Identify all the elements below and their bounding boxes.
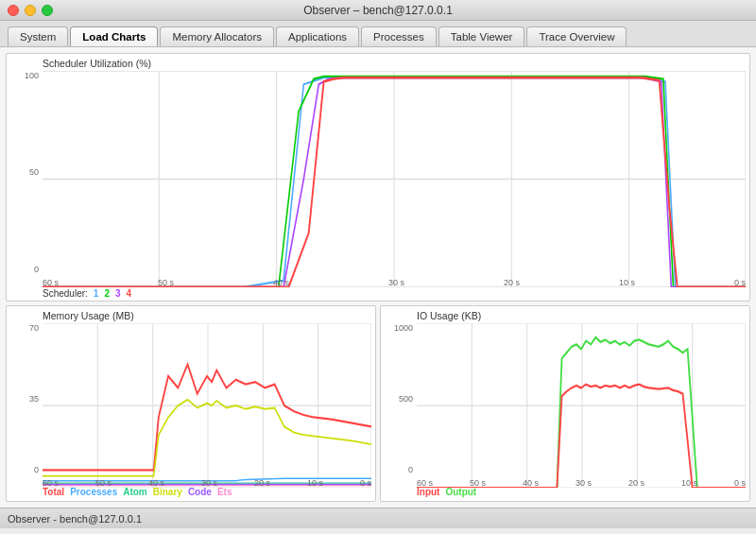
title-bar: Observer – bench@127.0.0.1 [0, 0, 756, 21]
status-text: Observer - bench@127.0.0.1 [8, 513, 142, 525]
io-legend: Input Output [417, 487, 476, 497]
tab-load-charts[interactable]: Load Charts [70, 26, 158, 46]
scheduler-y-axis: 100 50 0 [9, 71, 39, 274]
window-title: Observer – bench@127.0.0.1 [303, 4, 453, 17]
legend-code: Code [188, 487, 212, 497]
legend-processes: Processes [70, 487, 117, 497]
memory-y-axis: 70 35 0 [9, 323, 39, 474]
memory-chart-area [43, 323, 371, 488]
minimize-button[interactable] [25, 5, 36, 16]
tab-system[interactable]: System [8, 26, 68, 46]
tab-table-viewer[interactable]: Table Viewer [438, 26, 525, 46]
legend-output: Output [445, 487, 476, 497]
io-chart: IO Usage (KB) 1000 500 0 [380, 305, 750, 502]
scheduler-legend-2: 2 [104, 288, 110, 299]
io-svg [417, 323, 746, 488]
legend-atom: Atom [123, 487, 147, 497]
scheduler-chart-title: Scheduler Utilization (%) [43, 58, 746, 69]
legend-total: Total [43, 487, 64, 497]
scheduler-legend-3: 3 [115, 288, 121, 299]
close-button[interactable] [8, 5, 19, 16]
io-chart-area [417, 323, 746, 488]
memory-svg [43, 323, 371, 488]
scheduler-legend-4: 4 [127, 288, 132, 299]
legend-ets: Ets [217, 487, 232, 497]
tab-trace-overview[interactable]: Trace Overview [526, 26, 627, 46]
maximize-button[interactable] [42, 5, 53, 16]
bottom-charts: Memory Usage (MB) 70 35 0 [6, 305, 750, 502]
io-y-axis: 1000 500 0 [383, 323, 413, 474]
memory-chart-title: Memory Usage (MB) [43, 310, 371, 321]
memory-legend: Total Processes Atom Binary Code Ets [43, 487, 232, 497]
scheduler-chart-area [43, 71, 746, 287]
memory-chart: Memory Usage (MB) 70 35 0 [6, 305, 376, 502]
scheduler-legend-1: 1 [94, 288, 99, 299]
tab-applications[interactable]: Applications [276, 26, 359, 46]
tab-bar: System Load Charts Memory Allocators App… [0, 21, 756, 47]
traffic-lights [8, 5, 53, 16]
scheduler-legend-label: Scheduler: [43, 288, 88, 299]
scheduler-legend: Scheduler: 1 2 3 4 [43, 288, 131, 299]
tab-memory-allocators[interactable]: Memory Allocators [160, 26, 274, 46]
tab-processes[interactable]: Processes [361, 26, 437, 46]
scheduler-x-axis: 60 s50 s40 s30 s20 s10 s0 s [43, 278, 746, 287]
legend-binary: Binary [153, 487, 182, 497]
io-chart-title: IO Usage (KB) [417, 310, 746, 321]
scheduler-chart: Scheduler Utilization (%) 100 50 0 [6, 53, 750, 301]
main-content: Scheduler Utilization (%) 100 50 0 [0, 47, 756, 508]
legend-input: Input [417, 487, 439, 497]
status-bar: Observer - bench@127.0.0.1 [0, 508, 756, 528]
scheduler-svg [43, 71, 746, 287]
